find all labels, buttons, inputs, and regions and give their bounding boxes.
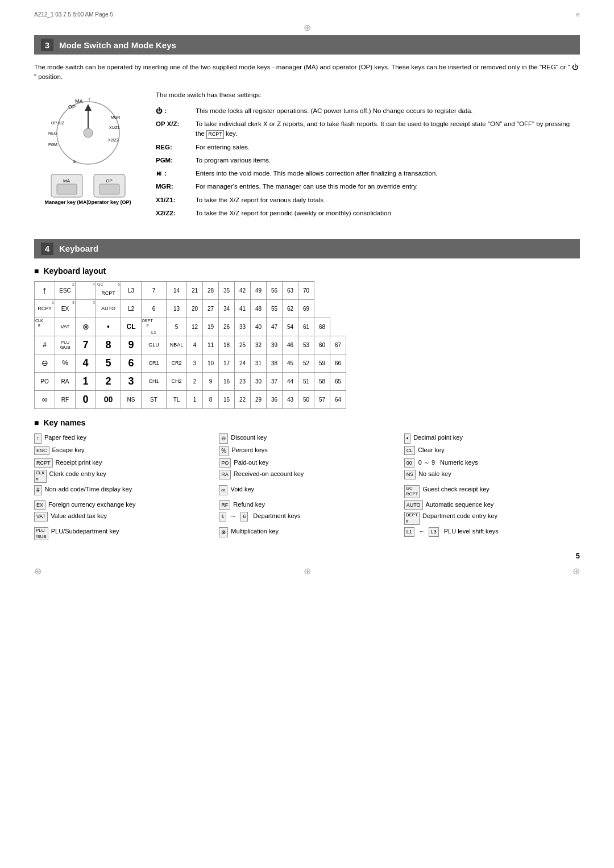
- key-17[interactable]: 17: [219, 354, 235, 372]
- key-clk[interactable]: CLK#: [35, 318, 55, 336]
- key-41[interactable]: 41: [235, 299, 251, 318]
- key-60[interactable]: 60: [314, 336, 330, 354]
- key-37[interactable]: 37: [267, 372, 283, 390]
- key-0-main[interactable]: 0: [76, 390, 96, 408]
- key-54[interactable]: 54: [283, 318, 298, 336]
- key-35[interactable]: 35: [219, 281, 235, 299]
- key-6[interactable]: 6: [142, 299, 167, 318]
- key-51[interactable]: 51: [298, 372, 314, 390]
- key-gc-rcpt[interactable]: GCRCPT6: [96, 281, 121, 299]
- key-rcpt[interactable]: RCPT1: [35, 299, 55, 318]
- key-7[interactable]: 7: [142, 281, 167, 299]
- key-12[interactable]: 12: [187, 318, 203, 336]
- key-l3[interactable]: L3: [121, 281, 142, 299]
- key-66[interactable]: 66: [330, 354, 346, 372]
- key-cr2[interactable]: CR2: [167, 354, 187, 372]
- key-34[interactable]: 34: [219, 299, 235, 318]
- key-25[interactable]: 25: [235, 336, 251, 354]
- key-29[interactable]: 29: [251, 390, 267, 408]
- key-18[interactable]: 18: [219, 336, 235, 354]
- key-70[interactable]: 70: [298, 281, 314, 299]
- key-30[interactable]: 30: [251, 372, 267, 390]
- key-40[interactable]: 40: [251, 318, 267, 336]
- key-10[interactable]: 10: [203, 354, 219, 372]
- key-44[interactable]: 44: [283, 372, 298, 390]
- key-2-main[interactable]: 2: [96, 372, 121, 390]
- key-23[interactable]: 23: [235, 372, 251, 390]
- key-52[interactable]: 52: [298, 354, 314, 372]
- key-7-num[interactable]: 7: [76, 336, 96, 354]
- key-9-col[interactable]: 9: [203, 372, 219, 390]
- key-53[interactable]: 53: [298, 336, 314, 354]
- key-11[interactable]: 11: [203, 336, 219, 354]
- key-56[interactable]: 56: [267, 281, 283, 299]
- key-49[interactable]: 49: [251, 281, 267, 299]
- key-up-arrow[interactable]: ↑: [35, 281, 55, 299]
- key-3-col[interactable]: 3: [187, 354, 203, 372]
- key-67[interactable]: 67: [330, 336, 346, 354]
- key-ns[interactable]: NS: [121, 390, 142, 408]
- key-5[interactable]: 5: [167, 318, 187, 336]
- key-19[interactable]: 19: [203, 318, 219, 336]
- key-4[interactable]: 4: [76, 281, 96, 299]
- key-38[interactable]: 38: [267, 354, 283, 372]
- key-4-col[interactable]: 4: [187, 336, 203, 354]
- key-6-main[interactable]: 6: [121, 354, 142, 372]
- key-62[interactable]: 62: [283, 299, 298, 318]
- key-24[interactable]: 24: [235, 354, 251, 372]
- key-31[interactable]: 31: [251, 354, 267, 372]
- key-tl[interactable]: TL: [167, 390, 187, 408]
- key-rf[interactable]: RF: [55, 390, 76, 408]
- key-vat[interactable]: VAT: [55, 318, 76, 336]
- key-64[interactable]: 64: [330, 390, 346, 408]
- key-po[interactable]: PO: [35, 372, 55, 390]
- key-1-main[interactable]: 1: [76, 372, 96, 390]
- key-46[interactable]: 46: [283, 336, 298, 354]
- key-22[interactable]: 22: [235, 390, 251, 408]
- key-58[interactable]: 58: [314, 372, 330, 390]
- key-ch2[interactable]: CH2: [167, 372, 187, 390]
- key-hash[interactable]: #: [35, 336, 55, 354]
- key-36[interactable]: 36: [267, 390, 283, 408]
- key-9-num[interactable]: 9: [121, 336, 142, 354]
- key-14[interactable]: 14: [167, 281, 187, 299]
- key-00[interactable]: 00: [96, 390, 121, 408]
- key-39[interactable]: 39: [267, 336, 283, 354]
- key-65[interactable]: 65: [330, 372, 346, 390]
- key-ch1[interactable]: CH1: [142, 372, 167, 390]
- key-cl[interactable]: CL: [121, 318, 142, 336]
- key-loop[interactable]: ∞: [35, 390, 55, 408]
- key-glu[interactable]: GLU: [142, 336, 167, 354]
- key-63[interactable]: 63: [283, 281, 298, 299]
- key-61[interactable]: 61: [298, 318, 314, 336]
- key-42[interactable]: 42: [235, 281, 251, 299]
- key-55[interactable]: 55: [267, 299, 283, 318]
- key-57[interactable]: 57: [314, 390, 330, 408]
- key-l2[interactable]: L2: [121, 299, 142, 318]
- key-percent[interactable]: %: [55, 354, 76, 372]
- key-2-col[interactable]: 2: [187, 372, 203, 390]
- key-mult[interactable]: ⊗: [76, 318, 96, 336]
- key-esc[interactable]: ESC2: [55, 281, 76, 299]
- key-27[interactable]: 27: [203, 299, 219, 318]
- key-32[interactable]: 32: [251, 336, 267, 354]
- key-ex[interactable]: EX3: [55, 299, 76, 318]
- key-1-col[interactable]: 1: [187, 390, 203, 408]
- key-cr1[interactable]: CR1: [142, 354, 167, 372]
- key-69[interactable]: 69: [298, 299, 314, 318]
- key-13[interactable]: 13: [167, 299, 187, 318]
- key-48[interactable]: 48: [251, 299, 267, 318]
- key-st[interactable]: ST: [142, 390, 167, 408]
- key-21[interactable]: 21: [187, 281, 203, 299]
- key-20[interactable]: 20: [187, 299, 203, 318]
- key-28[interactable]: 28: [203, 281, 219, 299]
- key-auto[interactable]: AUTO: [96, 299, 121, 318]
- key-15[interactable]: 15: [219, 390, 235, 408]
- key-26[interactable]: 26: [219, 318, 235, 336]
- key-dot[interactable]: •: [96, 318, 121, 336]
- key-minus[interactable]: ⊖: [35, 354, 55, 372]
- key-50[interactable]: 50: [298, 390, 314, 408]
- key-dept[interactable]: DEPT#L1: [142, 318, 167, 336]
- key-8-col[interactable]: 8: [203, 390, 219, 408]
- key-16[interactable]: 16: [219, 372, 235, 390]
